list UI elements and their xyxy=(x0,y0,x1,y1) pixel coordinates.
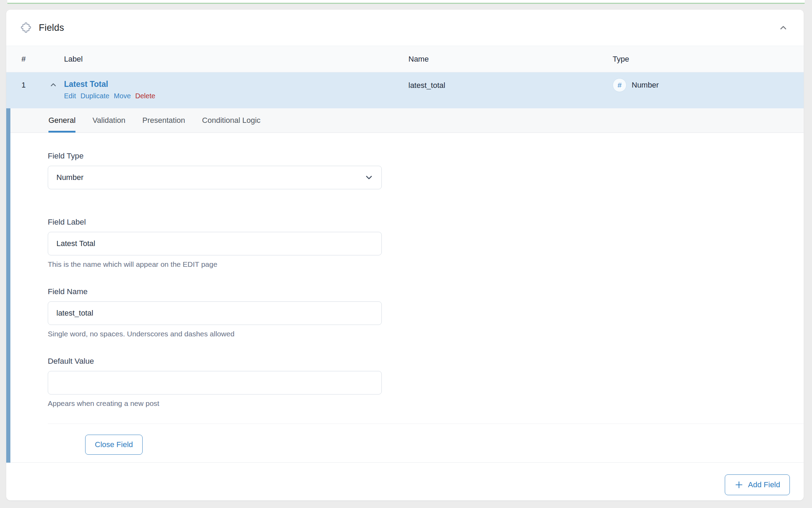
hash-icon: # xyxy=(613,78,626,92)
field-label-input[interactable] xyxy=(48,232,381,255)
default-value-help: Appears when creating a new post xyxy=(48,399,382,408)
default-value-group: Default Value Appears when creating a ne… xyxy=(48,357,382,408)
panel-collapse-button[interactable] xyxy=(778,22,788,33)
add-field-button-label: Add Field xyxy=(748,480,780,489)
field-type-group: Field Type xyxy=(48,152,382,189)
column-header-type: Type xyxy=(613,55,804,64)
column-header-name: Name xyxy=(408,55,613,64)
field-name-label: Field Name xyxy=(48,287,382,296)
fields-panel: Fields # Label Name Type 1 Latest Total … xyxy=(6,10,804,500)
row-field-type: # Number xyxy=(613,78,804,92)
field-type-label: Field Type xyxy=(48,152,382,161)
fields-table-header: # Label Name Type xyxy=(6,46,804,72)
panel-title: Fields xyxy=(39,22,64,33)
default-value-control xyxy=(48,371,382,394)
tab-conditional-logic[interactable]: Conditional Logic xyxy=(202,108,261,133)
field-name-input[interactable] xyxy=(48,302,381,325)
field-label-group: Field Label This is the name which will … xyxy=(48,218,382,269)
field-type-select-value[interactable] xyxy=(48,166,381,189)
previous-panel-bottom-edge xyxy=(7,0,805,4)
tab-validation[interactable]: Validation xyxy=(92,108,125,133)
close-field-area: Close Field xyxy=(48,424,804,462)
field-editor: General Validation Presentation Conditio… xyxy=(6,108,804,463)
field-name-group: Field Name Single word, no spaces. Under… xyxy=(48,287,382,338)
tab-presentation[interactable]: Presentation xyxy=(142,108,185,133)
field-name-control xyxy=(48,301,382,325)
editor-tabbar: General Validation Presentation Conditio… xyxy=(10,108,804,133)
field-type-select[interactable] xyxy=(48,166,382,189)
close-field-button[interactable]: Close Field xyxy=(85,435,143,455)
chevron-up-icon xyxy=(49,81,57,89)
row-actions: Edit Duplicate Move Delete xyxy=(64,92,408,100)
delete-action-link[interactable]: Delete xyxy=(135,92,155,100)
field-name-help: Single word, no spaces. Underscores and … xyxy=(48,330,382,338)
editor-general-pane: Field Type Field Label This is the name … xyxy=(10,133,804,462)
editor-accent-bar xyxy=(6,108,10,463)
field-label-link[interactable]: Latest Total xyxy=(64,80,108,89)
move-action-link[interactable]: Move xyxy=(114,92,131,100)
add-field-button[interactable]: Add Field xyxy=(725,474,790,495)
tab-general[interactable]: General xyxy=(48,108,75,133)
row-collapse-toggle[interactable] xyxy=(49,81,57,89)
column-header-label: Label xyxy=(64,55,408,64)
fields-panel-header: Fields xyxy=(6,10,804,46)
chevron-up-icon xyxy=(778,23,788,33)
panel-footer: Add Field xyxy=(6,463,804,507)
column-header-index: # xyxy=(6,55,44,64)
puzzle-icon xyxy=(20,22,32,34)
field-label-help: This is the name which will appear on th… xyxy=(48,260,382,269)
edit-action-link[interactable]: Edit xyxy=(64,92,76,100)
default-value-label: Default Value xyxy=(48,357,382,366)
plus-icon xyxy=(734,480,743,489)
table-row: 1 Latest Total Edit Duplicate Move Delet… xyxy=(6,72,804,108)
row-field-name: latest_total xyxy=(408,80,613,90)
default-value-input[interactable] xyxy=(48,371,381,394)
row-index: 1 xyxy=(6,80,44,90)
duplicate-action-link[interactable]: Duplicate xyxy=(80,92,109,100)
field-label-label: Field Label xyxy=(48,218,382,227)
row-type-text: Number xyxy=(632,81,659,90)
field-label-control xyxy=(48,232,382,255)
